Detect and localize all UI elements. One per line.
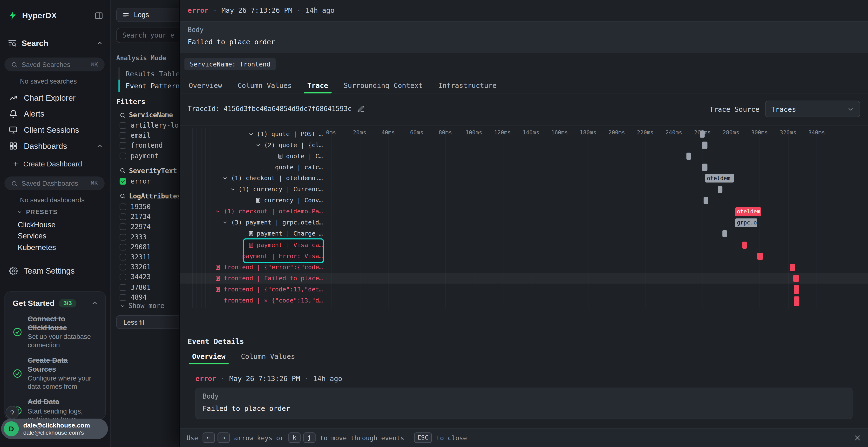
source-select-button[interactable]: Logs <box>116 8 179 22</box>
span-duration-bar[interactable]: grpc.o <box>735 218 757 227</box>
sidebar-item-alerts[interactable]: Alerts <box>0 106 110 122</box>
filter-option-32311[interactable]: 32311 <box>120 252 179 262</box>
preset-clickhouse[interactable]: ClickHouse <box>0 219 110 230</box>
span-row-label[interactable]: payment | Charge … <box>180 228 322 239</box>
checkbox[interactable] <box>120 234 126 240</box>
span-duration-bar[interactable] <box>793 275 799 282</box>
sidebar-item-team-settings[interactable]: Team Settings <box>9 264 104 277</box>
less-filters-button[interactable]: Less fil <box>116 315 179 329</box>
filter-option-error[interactable]: error <box>120 176 179 186</box>
get-started-step[interactable]: Create Data SourcesConfigure where your … <box>13 356 99 390</box>
create-dashboard-button[interactable]: Create Dashboard <box>12 160 82 168</box>
span-duration-bar[interactable] <box>794 296 800 305</box>
collapse-sidebar-icon[interactable] <box>94 11 103 20</box>
span-row-label[interactable]: (1) checkout | oteldemo.… <box>180 173 322 184</box>
get-started-header[interactable]: Get Started 3/3 <box>13 299 99 308</box>
analysis-mode-results-table[interactable]: Results Table <box>118 67 179 80</box>
span-duration-bar[interactable]: oteldem <box>705 174 734 183</box>
trace-source-select[interactable]: Traces <box>765 101 860 117</box>
checkbox[interactable] <box>120 224 126 230</box>
checkbox[interactable] <box>120 254 126 261</box>
span-row-label[interactable]: frontend | {"code":13,"det… <box>180 284 322 295</box>
span-duration-bar[interactable] <box>704 197 708 204</box>
sidebar-item-dashboards[interactable]: Dashboards <box>0 138 110 154</box>
span-duration-bar[interactable] <box>790 264 795 271</box>
span-duration-bar[interactable]: oteldem <box>735 207 761 216</box>
filter-option-22974[interactable]: 22974 <box>120 222 179 232</box>
filter-option-4894[interactable]: 4894 <box>120 293 179 303</box>
checkbox[interactable] <box>120 122 126 129</box>
tab-column-values[interactable]: Column Values <box>230 77 300 93</box>
filter-group-logattributes[interactable]: LogAttributes <box>120 191 179 202</box>
saved-searches-input[interactable]: Saved Searches ⌘K <box>4 58 105 71</box>
span-row-label[interactable]: quote | C… <box>180 150 322 162</box>
span-duration-bar[interactable] <box>702 164 707 171</box>
span-duration-bar[interactable] <box>702 141 707 148</box>
checkbox[interactable] <box>120 264 126 271</box>
filter-option-2333[interactable]: 2333 <box>120 232 179 242</box>
span-row-label[interactable]: (1) currency | Currenc… <box>180 184 322 195</box>
chevron-up-icon[interactable] <box>96 39 103 47</box>
sidebar-item-client-sessions[interactable]: Client Sessions <box>0 122 110 138</box>
tab-infrastructure[interactable]: Infrastructure <box>431 77 504 93</box>
span-row-label[interactable]: payment | Visa ca… <box>180 239 322 250</box>
tab-trace[interactable]: Trace <box>300 77 336 93</box>
chevron-up-icon[interactable] <box>91 299 99 307</box>
checkbox[interactable] <box>120 294 126 301</box>
filter-option-payment[interactable]: payment <box>120 151 179 161</box>
user-menu[interactable]: D dale@clickhouse.com dale@clickhouse.co… <box>1 419 108 439</box>
sidebar-section-search[interactable]: Search <box>8 37 103 50</box>
span-row-label[interactable]: quote | calc… <box>180 162 322 173</box>
filter-option-email[interactable]: email <box>120 131 179 141</box>
span-row-label[interactable]: (2) quote | {cl… <box>180 139 322 150</box>
span-row-label[interactable]: currency | Conv… <box>180 195 322 206</box>
show-more-button[interactable]: Show more <box>120 302 164 310</box>
filter-option-artillery-loa[interactable]: artillery-loa <box>120 121 179 131</box>
span-row-label[interactable]: (3) payment | grpc.oteld… <box>180 217 322 228</box>
saved-dashboards-input[interactable]: Saved Dashboards ⌘K <box>4 176 105 190</box>
filter-option-34423[interactable]: 34423 <box>120 272 179 282</box>
service-name-tag[interactable]: ServiceName: frontend <box>184 58 276 70</box>
span-row-label[interactable]: frontend | × {"code":13,"d… <box>180 295 322 306</box>
tab-surrounding-context[interactable]: Surrounding Context <box>336 77 431 93</box>
checkbox[interactable] <box>120 274 126 281</box>
span-duration-bar[interactable] <box>757 252 763 260</box>
checkbox[interactable] <box>120 214 126 220</box>
checkbox[interactable] <box>120 204 126 210</box>
event-search-input[interactable]: Search your e <box>116 28 179 43</box>
span-duration-bar[interactable] <box>794 285 799 294</box>
span-duration-bar[interactable] <box>718 186 722 193</box>
checkbox[interactable] <box>120 244 126 250</box>
checkbox[interactable] <box>120 152 126 159</box>
filter-group-severitytext[interactable]: SeverityText <box>120 165 179 176</box>
span-row-label[interactable]: frontend | {"error":{"code… <box>180 262 322 273</box>
help-button[interactable]: ? <box>5 406 19 419</box>
presets-toggle[interactable]: PRESETS <box>17 209 58 215</box>
get-started-step[interactable]: Add DataStart sending logs, metrics, or … <box>13 398 99 419</box>
span-row-label[interactable]: (1) quote | POST … <box>180 128 322 139</box>
preset-kubernetes[interactable]: Kubernetes <box>0 242 110 253</box>
span-duration-bar[interactable] <box>687 152 691 160</box>
preset-services[interactable]: Services <box>0 230 110 242</box>
checkbox[interactable] <box>120 284 126 291</box>
span-duration-bar[interactable] <box>722 230 727 238</box>
checkbox[interactable] <box>120 132 126 139</box>
filter-option-29081[interactable]: 29081 <box>120 242 179 252</box>
filter-group-servicename[interactable]: ServiceName <box>120 110 179 121</box>
checkbox[interactable] <box>120 142 126 149</box>
analysis-mode-event-patterns[interactable]: Event Patterns <box>118 80 179 92</box>
filter-option-frontend[interactable]: frontend <box>120 141 179 151</box>
event-details-tab-column-values[interactable]: Column Values <box>233 349 303 364</box>
sidebar-item-chart-explorer[interactable]: Chart Explorer <box>0 90 110 106</box>
get-started-step[interactable]: Connect to ClickHouseSet up your databas… <box>13 314 99 349</box>
span-duration-bar[interactable] <box>700 130 705 138</box>
span-duration-bar[interactable] <box>742 241 747 248</box>
tab-overview[interactable]: Overview <box>181 77 230 93</box>
checkbox[interactable] <box>120 178 126 185</box>
filter-option-21734[interactable]: 21734 <box>120 212 179 222</box>
span-row-label[interactable]: frontend | Failed to place… <box>180 273 322 284</box>
filter-option-33261[interactable]: 33261 <box>120 262 179 272</box>
edit-trace-id-icon[interactable] <box>357 105 365 113</box>
close-panel-button[interactable] <box>854 434 861 442</box>
filter-option-19350[interactable]: 19350 <box>120 202 179 212</box>
